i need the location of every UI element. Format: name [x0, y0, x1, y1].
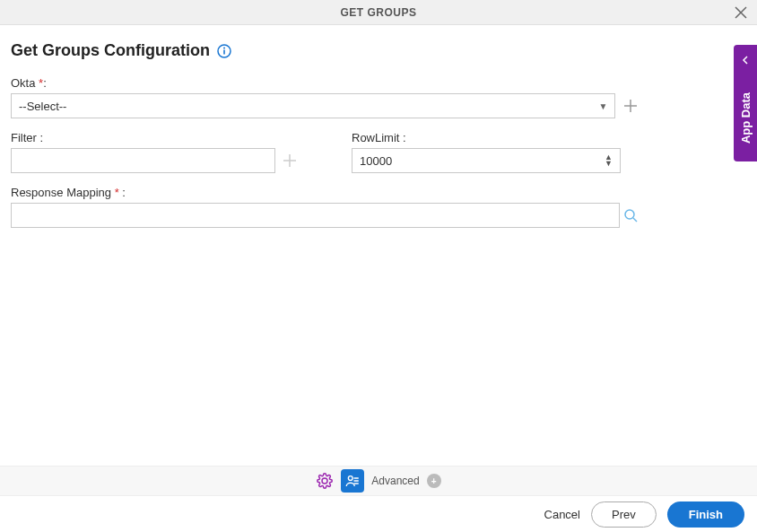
response-mapping-label: Response Mapping * :	[11, 186, 639, 199]
okta-control-row: --Select-- ▼	[11, 93, 639, 118]
footer: Cancel Prev Finish	[0, 496, 757, 532]
svg-point-3	[625, 210, 634, 219]
response-mapping-control-row	[11, 203, 639, 228]
add-okta-button[interactable]	[622, 98, 639, 114]
cancel-button[interactable]: Cancel	[544, 508, 580, 521]
add-filter-button	[283, 153, 298, 169]
okta-group: Okta *: --Select-- ▼	[11, 76, 639, 118]
rowlimit-label: RowLimit :	[352, 131, 639, 144]
settings-button[interactable]	[316, 472, 334, 490]
page-title: Get Groups Configuration	[11, 41, 210, 60]
side-tab-label: App Data	[739, 92, 753, 144]
okta-label: Okta *:	[11, 76, 639, 90]
prev-button[interactable]: Prev	[591, 501, 657, 528]
okta-label-text: Okta	[11, 76, 35, 90]
dialog-header: GET GROUPS	[0, 0, 757, 25]
finish-button[interactable]: Finish	[667, 501, 744, 528]
filter-group: Filter :	[11, 131, 298, 173]
rowlimit-value: 10000	[360, 154, 392, 168]
filter-rowlimit-row: Filter : RowLimit : 10000 ▲ ▼	[11, 131, 746, 173]
add-advanced-button[interactable]: +	[427, 474, 441, 488]
content-area: Get Groups Configuration Okta *: --Selec…	[0, 25, 757, 235]
svg-point-4	[349, 476, 353, 481]
okta-select-value: --Select--	[19, 100, 66, 113]
filter-control-row	[11, 148, 298, 173]
response-mapping-group: Response Mapping * :	[11, 186, 639, 228]
response-mapping-input[interactable]	[11, 203, 620, 228]
response-mapping-label-text: Response Mapping	[11, 186, 115, 199]
rowlimit-input[interactable]: 10000 ▲ ▼	[352, 148, 621, 173]
caret-down-icon: ▼	[598, 101, 607, 111]
chevron-left-icon	[741, 54, 750, 67]
page-title-row: Get Groups Configuration	[11, 41, 746, 60]
close-icon	[735, 6, 747, 19]
advanced-label: Advanced	[371, 475, 419, 487]
rowlimit-group: RowLimit : 10000 ▲ ▼	[352, 131, 639, 173]
dialog-title: GET GROUPS	[340, 6, 416, 19]
okta-select[interactable]: --Select-- ▼	[11, 93, 615, 118]
spinner-down-icon[interactable]: ▼	[605, 161, 613, 167]
okta-colon: :	[43, 76, 47, 90]
app-data-side-tab[interactable]: App Data	[734, 45, 757, 161]
svg-rect-2	[223, 49, 225, 54]
bottom-toolbar: Advanced +	[0, 466, 757, 496]
search-mapping-button[interactable]	[623, 207, 639, 223]
response-colon: :	[119, 186, 126, 199]
svg-point-1	[223, 47, 225, 48]
rowlimit-spinner[interactable]: ▲ ▼	[605, 154, 613, 167]
filter-input[interactable]	[11, 148, 275, 173]
info-icon[interactable]	[217, 44, 231, 58]
filter-label: Filter :	[11, 131, 298, 144]
people-button[interactable]	[341, 469, 364, 493]
close-button[interactable]	[732, 4, 750, 22]
